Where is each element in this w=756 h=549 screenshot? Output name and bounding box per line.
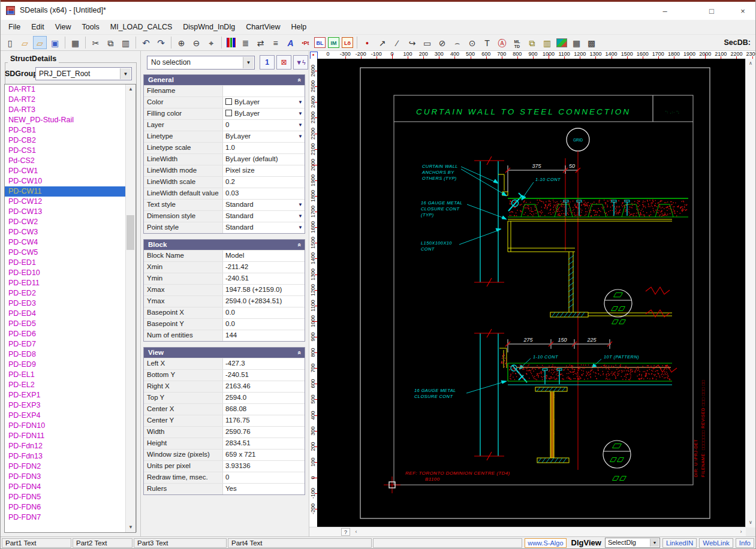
draw-rectangle-icon[interactable]: ▭ <box>420 36 434 49</box>
list-item[interactable]: PD-CS1 <box>5 146 135 156</box>
print-icon[interactable]: ▦ <box>68 36 82 49</box>
drawing-canvas[interactable]: CURTAIN WALL TO STEEL CONNECTION ': ,:· … <box>317 59 746 527</box>
prop-value[interactable]: 1947.58 (+2159.0) <box>223 285 305 295</box>
list-item[interactable]: PD-FDN2 <box>5 461 135 472</box>
chevron-down-icon[interactable]: ▼ <box>298 120 303 130</box>
zoom-window-icon[interactable]: ⌖ <box>204 36 218 49</box>
paste-icon[interactable]: ▥ <box>119 36 132 49</box>
list-item[interactable]: PD-ED2 <box>5 288 135 298</box>
list-item[interactable]: PD-CW10 <box>5 176 135 186</box>
section-header[interactable]: Block« <box>144 240 305 250</box>
section-header[interactable]: General« <box>144 75 305 85</box>
scroll-up-icon[interactable]: ▲ <box>126 85 135 94</box>
list-scrollbar[interactable]: ▲ ▼ <box>125 85 135 532</box>
minimize-button[interactable]: – <box>651 3 679 20</box>
prop-value[interactable]: 1176.75 <box>223 415 305 426</box>
chevron-down-icon[interactable]: ▼ <box>298 211 303 221</box>
filter-properties-button[interactable]: ▼ϟ <box>293 55 308 70</box>
redo-icon[interactable]: ↷ <box>154 36 168 49</box>
list-item[interactable]: PD-FDN11 <box>5 431 135 441</box>
close-button[interactable]: × <box>729 3 756 20</box>
scroll-corner-button[interactable]: ? <box>341 528 350 536</box>
list-item[interactable]: PD-ED9 <box>5 360 135 370</box>
linetypes-icon[interactable]: ≡ <box>269 36 282 49</box>
horizontal-scrollbar[interactable]: ? ‹ › <box>309 527 746 537</box>
draw-text-icon[interactable]: T <box>480 36 494 49</box>
list-item[interactable]: PD-FDN10 <box>5 421 135 431</box>
prop-value[interactable]: -427.3 <box>223 358 305 369</box>
list-item[interactable]: PD-EL2 <box>5 380 135 390</box>
info-button[interactable]: Info <box>736 538 754 548</box>
draw-circle-icon[interactable]: ⊘ <box>435 36 449 49</box>
prop-value[interactable]: 3.93136 <box>223 461 305 472</box>
zoom-out-icon[interactable]: ⊖ <box>189 36 203 49</box>
list-item[interactable]: PD-CW5 <box>5 248 135 258</box>
list-item[interactable]: PD-ED5 <box>5 319 135 329</box>
collapse-icon[interactable]: « <box>294 78 304 82</box>
menu-view[interactable]: View <box>50 21 77 33</box>
weblink-button[interactable]: WebLink <box>699 538 733 548</box>
prop-value[interactable]: 0.0 <box>223 319 305 330</box>
layout-manager-icon[interactable]: Lö <box>342 37 353 48</box>
sdgroup-combo[interactable]: PRJ_DET_Root ▼ <box>35 67 132 80</box>
selection-combo[interactable]: No selection ▼ <box>147 56 255 70</box>
menu-dispwnd_indlg[interactable]: DispWnd_InDlg <box>177 21 240 33</box>
chevron-down-icon[interactable]: ▼ <box>298 200 303 210</box>
list-item[interactable]: PD-ED4 <box>5 309 135 319</box>
list-item[interactable]: PD-CB1 <box>5 125 135 135</box>
collapse-icon[interactable]: « <box>294 351 304 354</box>
copy-icon[interactable]: ⧉ <box>104 36 118 49</box>
image-manager-icon[interactable]: IM <box>328 37 339 48</box>
list-item[interactable]: PD-EXP4 <box>5 411 135 421</box>
menu-help[interactable]: Help <box>286 21 312 33</box>
maximize-button[interactable]: □ <box>698 3 725 20</box>
list-item[interactable]: PD-CB2 <box>5 135 135 146</box>
list-item[interactable]: PD-ED11 <box>5 278 135 288</box>
list-item[interactable]: PD-EXP3 <box>5 400 135 411</box>
list-item[interactable]: PD-ED8 <box>5 349 135 360</box>
prop-value[interactable]: Model <box>223 251 305 261</box>
draw-point-icon[interactable]: • <box>360 36 374 49</box>
qr-code-icon[interactable]: ▦ <box>570 36 583 49</box>
chevron-down-icon[interactable]: ▼ <box>298 222 303 233</box>
text-style-icon[interactable]: A <box>284 36 297 49</box>
horizontal-ruler[interactable]: 0-300-200-100010020030040050060070080090… <box>309 51 755 59</box>
layers-icon[interactable]: ≣ <box>239 36 252 49</box>
list-item[interactable]: PD-CW4 <box>5 237 135 248</box>
draw-ray-icon[interactable]: ↗ <box>375 36 389 49</box>
copy-object-icon[interactable]: ⧉ <box>525 36 539 49</box>
list-item[interactable]: PD-ED3 <box>5 298 135 309</box>
prop-value[interactable]: ByLayer (default) <box>223 154 305 165</box>
prop-value[interactable]: Standard▼ <box>223 222 305 233</box>
menu-chartview[interactable]: ChartView <box>240 21 285 33</box>
collapse-icon[interactable]: « <box>294 243 304 246</box>
scroll-right-icon[interactable]: › <box>736 527 746 537</box>
draw-polyline-icon[interactable]: ↪ <box>405 36 419 49</box>
draw-mtext-icon[interactable]: ML TD <box>510 37 524 49</box>
draw-arc-icon[interactable]: ⌢ <box>450 36 464 49</box>
prop-value[interactable]: 0.0 <box>223 307 305 318</box>
move-object-icon[interactable]: ▥ <box>540 36 554 49</box>
layer-states-icon[interactable]: ⇄ <box>254 36 267 49</box>
undo-icon[interactable]: ↶ <box>139 36 153 49</box>
prop-value[interactable]: -240.51 <box>223 370 305 381</box>
prop-value[interactable]: 2834.51 <box>223 438 305 449</box>
prop-value[interactable]: 2594.0 <box>223 393 305 403</box>
list-item[interactable]: PD-ED1 <box>5 258 135 268</box>
list-item[interactable]: PD-EL1 <box>5 370 135 380</box>
detail-list[interactable]: DA-RT1DA-RT2DA-RT3NEW_PD-Stud-RailPD-CB1… <box>4 84 136 533</box>
color-bars-icon[interactable] <box>227 38 236 47</box>
list-item[interactable]: PD-FDN6 <box>5 502 135 512</box>
prop-value[interactable]: 0▼ <box>223 120 305 131</box>
scroll-left-icon[interactable]: ‹ <box>351 527 361 537</box>
open-file-icon[interactable]: ▱ <box>18 36 32 49</box>
prop-value[interactable]: 868.08 <box>223 404 305 415</box>
prop-value[interactable]: -240.51 <box>223 273 305 284</box>
new-file-icon[interactable]: ▯ <box>3 36 17 49</box>
list-item[interactable]: Pd-CS2 <box>5 156 135 166</box>
prop-value[interactable]: 0.2 <box>223 177 305 188</box>
list-item[interactable]: PD-FDN3 <box>5 472 135 482</box>
prop-value[interactable]: ByLayer▼ <box>223 131 305 142</box>
prop-value[interactable]: Standard▼ <box>223 200 305 210</box>
point-style-icon[interactable]: •Pt <box>299 36 312 49</box>
